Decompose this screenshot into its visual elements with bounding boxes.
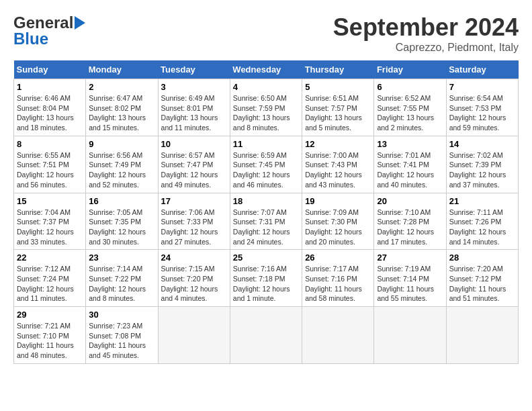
calendar-cell: 5Sunrise: 6:51 AMSunset: 7:57 PMDaylight… xyxy=(302,79,374,136)
weekday-header-row: SundayMondayTuesdayWednesdayThursdayFrid… xyxy=(14,60,519,79)
calendar-cell: 24Sunrise: 7:15 AMSunset: 7:20 PMDayligh… xyxy=(158,250,230,307)
cell-info: Sunrise: 7:01 AMSunset: 7:41 PMDaylight:… xyxy=(377,150,443,190)
calendar-cell: 11Sunrise: 6:59 AMSunset: 7:45 PMDayligh… xyxy=(230,136,302,193)
cell-info: Sunrise: 6:52 AMSunset: 7:55 PMDaylight:… xyxy=(377,93,443,133)
weekday-header-friday: Friday xyxy=(374,60,446,79)
calendar-cell: 25Sunrise: 7:16 AMSunset: 7:18 PMDayligh… xyxy=(230,250,302,307)
cell-info: Sunrise: 6:46 AMSunset: 8:04 PMDaylight:… xyxy=(17,93,83,133)
calendar-cell: 3Sunrise: 6:49 AMSunset: 8:01 PMDaylight… xyxy=(158,79,230,136)
day-number: 22 xyxy=(17,253,83,263)
day-number: 11 xyxy=(233,139,299,149)
calendar-table: SundayMondayTuesdayWednesdayThursdayFrid… xyxy=(13,60,519,364)
calendar-cell: 27Sunrise: 7:19 AMSunset: 7:14 PMDayligh… xyxy=(374,250,446,307)
calendar-cell: 1Sunrise: 6:46 AMSunset: 8:04 PMDaylight… xyxy=(14,79,86,136)
cell-info: Sunrise: 7:09 AMSunset: 7:30 PMDaylight:… xyxy=(305,208,371,247)
calendar-cell xyxy=(230,307,302,364)
day-number: 8 xyxy=(17,139,83,149)
calendar-cell xyxy=(446,307,518,364)
calendar-cell: 18Sunrise: 7:07 AMSunset: 7:31 PMDayligh… xyxy=(230,193,302,250)
weekday-header-monday: Monday xyxy=(86,60,158,79)
day-number: 23 xyxy=(89,253,154,263)
cell-info: Sunrise: 6:59 AMSunset: 7:45 PMDaylight:… xyxy=(233,150,299,190)
cell-info: Sunrise: 7:19 AMSunset: 7:14 PMDaylight:… xyxy=(377,264,443,304)
day-number: 6 xyxy=(377,82,443,92)
cell-info: Sunrise: 7:14 AMSunset: 7:22 PMDaylight:… xyxy=(89,264,154,304)
calendar-cell xyxy=(374,307,446,364)
calendar-cell: 12Sunrise: 7:00 AMSunset: 7:43 PMDayligh… xyxy=(302,136,374,193)
title-block: September 2024 Caprezzo, Piedmont, Italy xyxy=(333,13,519,54)
day-number: 20 xyxy=(377,196,443,206)
day-number: 10 xyxy=(161,139,227,149)
weekday-header-tuesday: Tuesday xyxy=(158,60,230,79)
weekday-header-sunday: Sunday xyxy=(14,60,86,79)
day-number: 29 xyxy=(17,310,83,320)
cell-info: Sunrise: 7:11 AMSunset: 7:26 PMDaylight:… xyxy=(449,208,515,247)
cell-info: Sunrise: 6:51 AMSunset: 7:57 PMDaylight:… xyxy=(305,93,371,133)
cell-info: Sunrise: 7:10 AMSunset: 7:28 PMDaylight:… xyxy=(377,208,443,247)
cell-info: Sunrise: 6:54 AMSunset: 7:53 PMDaylight:… xyxy=(449,93,515,133)
calendar-cell: 30Sunrise: 7:23 AMSunset: 7:08 PMDayligh… xyxy=(86,307,158,364)
location: Caprezzo, Piedmont, Italy xyxy=(333,42,519,54)
cell-info: Sunrise: 7:12 AMSunset: 7:24 PMDaylight:… xyxy=(17,264,83,304)
calendar-cell: 14Sunrise: 7:02 AMSunset: 7:39 PMDayligh… xyxy=(446,136,518,193)
cell-info: Sunrise: 7:17 AMSunset: 7:16 PMDaylight:… xyxy=(305,264,371,304)
day-number: 19 xyxy=(305,196,371,206)
weekday-header-saturday: Saturday xyxy=(446,60,518,79)
calendar-cell: 7Sunrise: 6:54 AMSunset: 7:53 PMDaylight… xyxy=(446,79,518,136)
calendar-cell: 8Sunrise: 6:55 AMSunset: 7:51 PMDaylight… xyxy=(14,136,86,193)
calendar-cell: 20Sunrise: 7:10 AMSunset: 7:28 PMDayligh… xyxy=(374,193,446,250)
day-number: 27 xyxy=(377,253,443,263)
day-number: 26 xyxy=(305,253,371,263)
calendar-cell: 16Sunrise: 7:05 AMSunset: 7:35 PMDayligh… xyxy=(86,193,158,250)
day-number: 7 xyxy=(449,82,515,92)
day-number: 25 xyxy=(233,253,299,263)
calendar-cell: 22Sunrise: 7:12 AMSunset: 7:24 PMDayligh… xyxy=(14,250,86,307)
cell-info: Sunrise: 6:56 AMSunset: 7:49 PMDaylight:… xyxy=(89,150,154,190)
day-number: 13 xyxy=(377,139,443,149)
cell-info: Sunrise: 6:55 AMSunset: 7:51 PMDaylight:… xyxy=(17,150,83,190)
day-number: 17 xyxy=(161,196,227,206)
calendar-week-row: 15Sunrise: 7:04 AMSunset: 7:37 PMDayligh… xyxy=(14,193,519,250)
cell-info: Sunrise: 7:15 AMSunset: 7:20 PMDaylight:… xyxy=(161,264,227,304)
logo: General Blue xyxy=(13,13,85,48)
month-title: September 2024 xyxy=(333,13,519,42)
cell-info: Sunrise: 7:20 AMSunset: 7:12 PMDaylight:… xyxy=(449,264,515,304)
cell-info: Sunrise: 7:05 AMSunset: 7:35 PMDaylight:… xyxy=(89,208,154,247)
cell-info: Sunrise: 6:49 AMSunset: 8:01 PMDaylight:… xyxy=(161,93,227,133)
calendar-week-row: 22Sunrise: 7:12 AMSunset: 7:24 PMDayligh… xyxy=(14,250,519,307)
cell-info: Sunrise: 7:02 AMSunset: 7:39 PMDaylight:… xyxy=(449,150,515,190)
cell-info: Sunrise: 6:47 AMSunset: 8:02 PMDaylight:… xyxy=(89,93,154,133)
calendar-cell: 23Sunrise: 7:14 AMSunset: 7:22 PMDayligh… xyxy=(86,250,158,307)
day-number: 16 xyxy=(89,196,154,206)
logo-text-blue: Blue xyxy=(13,30,48,48)
day-number: 5 xyxy=(305,82,371,92)
calendar-cell: 26Sunrise: 7:17 AMSunset: 7:16 PMDayligh… xyxy=(302,250,374,307)
day-number: 30 xyxy=(89,310,154,320)
cell-info: Sunrise: 7:23 AMSunset: 7:08 PMDaylight:… xyxy=(89,321,154,361)
logo-arrow-icon xyxy=(75,16,85,30)
cell-info: Sunrise: 7:04 AMSunset: 7:37 PMDaylight:… xyxy=(17,208,83,247)
cell-info: Sunrise: 6:50 AMSunset: 7:59 PMDaylight:… xyxy=(233,93,299,133)
day-number: 14 xyxy=(449,139,515,149)
day-number: 4 xyxy=(233,82,299,92)
calendar-cell: 19Sunrise: 7:09 AMSunset: 7:30 PMDayligh… xyxy=(302,193,374,250)
calendar-cell: 28Sunrise: 7:20 AMSunset: 7:12 PMDayligh… xyxy=(446,250,518,307)
day-number: 1 xyxy=(17,82,83,92)
cell-info: Sunrise: 7:00 AMSunset: 7:43 PMDaylight:… xyxy=(305,150,371,190)
calendar-cell: 15Sunrise: 7:04 AMSunset: 7:37 PMDayligh… xyxy=(14,193,86,250)
calendar-cell: 2Sunrise: 6:47 AMSunset: 8:02 PMDaylight… xyxy=(86,79,158,136)
cell-info: Sunrise: 7:06 AMSunset: 7:33 PMDaylight:… xyxy=(161,208,227,247)
calendar-cell: 17Sunrise: 7:06 AMSunset: 7:33 PMDayligh… xyxy=(158,193,230,250)
day-number: 24 xyxy=(161,253,227,263)
calendar-cell xyxy=(158,307,230,364)
calendar-cell: 4Sunrise: 6:50 AMSunset: 7:59 PMDaylight… xyxy=(230,79,302,136)
weekday-header-wednesday: Wednesday xyxy=(230,60,302,79)
day-number: 12 xyxy=(305,139,371,149)
cell-info: Sunrise: 6:57 AMSunset: 7:47 PMDaylight:… xyxy=(161,150,227,190)
page-header: General Blue September 2024 Caprezzo, Pi… xyxy=(13,13,519,54)
calendar-cell: 29Sunrise: 7:21 AMSunset: 7:10 PMDayligh… xyxy=(14,307,86,364)
calendar-week-row: 8Sunrise: 6:55 AMSunset: 7:51 PMDaylight… xyxy=(14,136,519,193)
day-number: 3 xyxy=(161,82,227,92)
calendar-cell: 21Sunrise: 7:11 AMSunset: 7:26 PMDayligh… xyxy=(446,193,518,250)
day-number: 21 xyxy=(449,196,515,206)
